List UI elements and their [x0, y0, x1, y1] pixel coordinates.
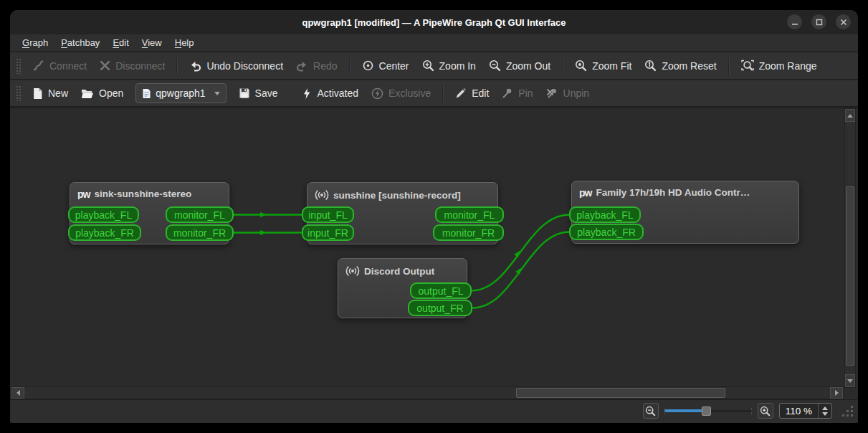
activated-toggle[interactable]: Activated: [295, 82, 365, 104]
redo-icon: [296, 60, 308, 72]
port-family-playback-fl[interactable]: playback_FL: [569, 206, 641, 223]
disconnect-button[interactable]: Disconnect: [93, 55, 171, 77]
center-button[interactable]: Center: [356, 55, 416, 77]
port-sunshine-monitor-fr[interactable]: monitor_FR: [433, 224, 504, 241]
statusbar-zoom-in-button[interactable]: [758, 403, 773, 419]
toolbar-separator: [562, 57, 563, 75]
node-title: sunshine [sunshine-record]: [333, 190, 461, 201]
zoom-in-button[interactable]: Zoom In: [416, 55, 482, 77]
titlebar[interactable]: qpwgraph1 [modified] — A PipeWire Graph …: [10, 10, 858, 34]
window-controls: [787, 14, 851, 29]
save-icon: [239, 87, 250, 99]
arrow-up-icon: [847, 114, 853, 118]
window-title: qpwgraph1 [modified] — A PipeWire Graph …: [302, 17, 566, 28]
menu-edit[interactable]: Edit: [106, 36, 135, 49]
pencil-icon: [455, 87, 467, 99]
zoom-fit-button[interactable]: Zoom Fit: [568, 55, 638, 77]
port-sunshine-monitor-fl[interactable]: monitor_FL: [435, 206, 504, 223]
statusbar-zoom-out-button[interactable]: [643, 403, 659, 419]
menu-view[interactable]: View: [135, 36, 168, 49]
exclusive-toggle[interactable]: Exclusive: [365, 82, 437, 104]
patchbay-select-value: qpwgraph1: [156, 87, 205, 99]
node-title: Family 17h/19h HD Audio Contr…: [596, 187, 750, 198]
unpin-button[interactable]: Unpin: [540, 82, 596, 104]
minimize-icon: [791, 19, 798, 26]
close-button[interactable]: [836, 14, 851, 29]
window-resize-grip[interactable]: [841, 404, 854, 417]
connect-icon: [32, 60, 44, 72]
port-sink-monitor-fl[interactable]: monitor_FL: [166, 206, 234, 223]
new-button[interactable]: New: [26, 82, 75, 104]
center-icon: [362, 60, 374, 72]
patchbay-select[interactable]: qpwgraph1: [135, 83, 226, 103]
stream-icon: [345, 265, 360, 277]
patchbay-file-icon: [142, 88, 151, 99]
zoom-reset-button[interactable]: Zoom Reset: [638, 55, 722, 77]
menu-graph[interactable]: Graph: [16, 36, 54, 49]
connection-layer: [10, 108, 844, 388]
menu-patchbay[interactable]: Patchbay: [54, 36, 106, 49]
zoom-range-icon: [741, 60, 754, 72]
menubar: Graph Patchbay Edit View Help: [10, 34, 858, 52]
toolbar-drag-handle[interactable]: [16, 85, 22, 101]
save-button[interactable]: Save: [232, 82, 285, 104]
toolbar-drag-handle[interactable]: [16, 58, 22, 74]
port-discord-output-fl[interactable]: output_FL: [410, 282, 472, 299]
scroll-down-button[interactable]: [845, 374, 855, 387]
toolbar-separator: [442, 85, 444, 102]
zoom-out-icon: [645, 406, 656, 417]
arrow-right-icon: [835, 390, 839, 396]
close-icon: [840, 19, 847, 26]
vertical-scrollbar[interactable]: [844, 108, 856, 388]
minimize-button[interactable]: [787, 14, 802, 29]
redo-button[interactable]: Redo: [290, 55, 343, 77]
connect-button[interactable]: Connect: [26, 55, 93, 77]
vertical-scroll-thumb[interactable]: [846, 186, 854, 366]
arrow-left-icon: [16, 390, 20, 396]
open-folder-icon: [81, 88, 94, 99]
port-sunshine-input-fr[interactable]: input_FR: [302, 224, 354, 241]
zoom-out-button[interactable]: Zoom Out: [482, 55, 557, 77]
zoom-percent-spinbox[interactable]: 110 %: [779, 403, 832, 419]
port-family-playback-fr[interactable]: playback_FR: [569, 224, 644, 240]
port-sink-playback-fr[interactable]: playback_FR: [68, 224, 141, 241]
zoom-in-icon: [760, 406, 771, 417]
toolbar-separator: [728, 57, 730, 75]
lightning-icon: [302, 87, 312, 100]
scroll-up-button[interactable]: [845, 109, 855, 122]
horizontal-scrollbar[interactable]: [11, 386, 844, 399]
scroll-left-button[interactable]: [11, 387, 24, 399]
stream-icon: [315, 189, 329, 201]
toolbar-separator: [349, 57, 350, 75]
open-button[interactable]: Open: [75, 82, 130, 104]
zoom-range-button[interactable]: Zoom Range: [735, 55, 824, 77]
graph-canvas[interactable]: pw sink-sunshine-stereo playback_FL play…: [10, 108, 858, 400]
scroll-right-button[interactable]: [830, 387, 843, 399]
arrow-down-icon: [847, 379, 853, 383]
port-sink-monitor-fr[interactable]: monitor_FR: [166, 224, 234, 241]
horizontal-scroll-thumb[interactable]: [516, 388, 725, 398]
zoom-slider[interactable]: [664, 404, 752, 417]
undo-disconnect-button[interactable]: Undo Disconnect: [183, 55, 290, 77]
edit-button[interactable]: Edit: [449, 82, 495, 104]
menu-help[interactable]: Help: [168, 36, 201, 49]
pin-button[interactable]: Pin: [495, 82, 539, 104]
zoom-in-icon: [422, 60, 434, 72]
pipewire-icon: pw: [77, 189, 90, 199]
app-window: qpwgraph1 [modified] — A PipeWire Graph …: [10, 10, 858, 423]
pin-icon: [502, 87, 513, 99]
port-discord-output-fr[interactable]: output_FR: [408, 300, 472, 316]
spin-up-icon[interactable]: [822, 406, 828, 410]
circled-lightning-icon: [371, 87, 383, 100]
maximize-button[interactable]: [811, 14, 826, 29]
statusbar: 110 %: [10, 400, 858, 422]
port-sunshine-input-fl[interactable]: input_FL: [302, 206, 354, 223]
zoom-out-icon: [489, 60, 501, 72]
maximize-icon: [816, 19, 823, 26]
port-sink-playback-fl[interactable]: playback_FL: [68, 206, 139, 223]
spin-down-icon[interactable]: [822, 412, 828, 416]
slider-handle[interactable]: [702, 406, 711, 416]
node-title: sink-sunshine-stereo: [94, 189, 191, 199]
toolbar-patchbay: New Open qpwgraph1 Save Activated Exclus…: [10, 80, 858, 106]
node-title: Discord Output: [364, 266, 434, 277]
